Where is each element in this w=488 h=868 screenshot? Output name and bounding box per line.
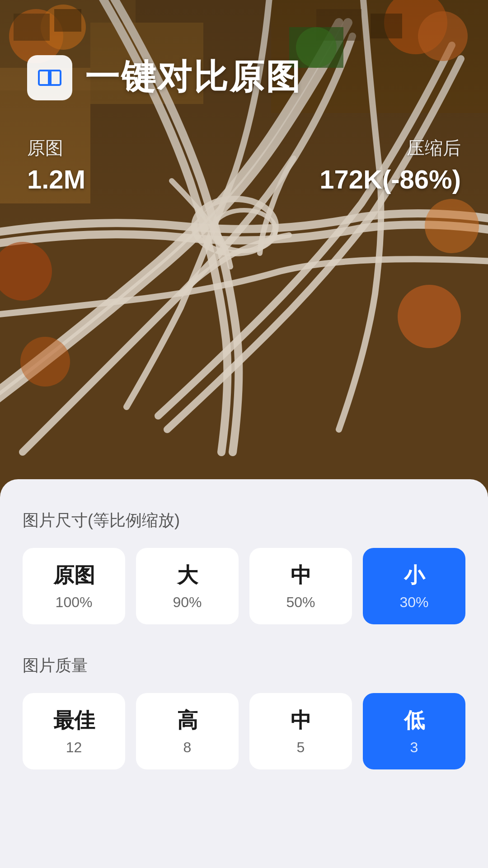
quality-best-sub: 12 [66, 739, 82, 756]
quality-option-best[interactable]: 最佳 12 [23, 693, 125, 769]
svg-point-12 [398, 285, 461, 348]
compressed-label: 压缩后 [319, 136, 461, 160]
size-medium-main: 中 [291, 561, 311, 590]
quality-high-main: 高 [177, 707, 198, 735]
quality-low-sub: 3 [410, 739, 418, 756]
header-title: 一键对比原图 [85, 54, 302, 101]
compressed-value: 172K(-86%) [319, 164, 461, 194]
compressed-group: 压缩后 172K(-86%) [319, 136, 461, 194]
size-original-sub: 100% [56, 594, 93, 611]
quality-section-title: 图片质量 [23, 651, 465, 677]
original-label: 原图 [27, 136, 85, 160]
header: 一键对比原图 [27, 54, 461, 101]
quality-best-main: 最佳 [53, 707, 95, 735]
bottom-panel: 图片尺寸(等比例缩放) 原图 100% 大 90% 中 50% 小 30% 图片… [0, 479, 488, 868]
quality-medium-sub: 5 [297, 739, 305, 756]
app-icon [27, 55, 72, 100]
size-large-main: 大 [177, 561, 198, 590]
quality-option-high[interactable]: 高 8 [136, 693, 239, 769]
quality-high-sub: 8 [183, 739, 192, 756]
top-gradient [0, 0, 488, 235]
quality-low-main: 低 [404, 707, 425, 735]
size-option-medium[interactable]: 中 50% [249, 548, 352, 624]
size-options-grid: 原图 100% 大 90% 中 50% 小 30% [23, 548, 465, 624]
compare-icon [35, 63, 64, 92]
quality-option-medium[interactable]: 中 5 [249, 693, 352, 769]
original-value: 1.2M [27, 164, 85, 194]
size-small-main: 小 [404, 561, 425, 590]
quality-medium-main: 中 [291, 707, 311, 735]
size-section-title: 图片尺寸(等比例缩放) [23, 506, 465, 532]
size-option-small[interactable]: 小 30% [363, 548, 465, 624]
size-medium-sub: 50% [286, 594, 315, 611]
size-option-original[interactable]: 原图 100% [23, 548, 125, 624]
comparison-labels: 原图 1.2M 压缩后 172K(-86%) [27, 136, 461, 194]
svg-point-13 [20, 337, 70, 387]
size-small-sub: 30% [399, 594, 428, 611]
original-group: 原图 1.2M [27, 136, 85, 194]
size-large-sub: 90% [173, 594, 202, 611]
quality-options-grid: 最佳 12 高 8 中 5 低 3 [23, 693, 465, 769]
size-option-large[interactable]: 大 90% [136, 548, 239, 624]
quality-option-low[interactable]: 低 3 [363, 693, 465, 769]
size-original-main: 原图 [53, 561, 95, 590]
